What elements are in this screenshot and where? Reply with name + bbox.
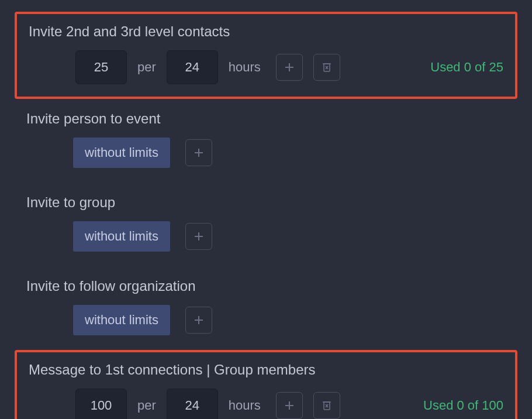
without-limits-pill[interactable]: without limits <box>73 138 170 168</box>
setting-message-connections: Message to 1st connections | Group membe… <box>15 350 517 419</box>
hours-label: hours <box>229 398 261 413</box>
setting-invite-event: Invite person to event without limits <box>0 99 532 183</box>
setting-title: Invite to follow organization <box>26 278 506 294</box>
usage-text: Used 0 of 100 <box>423 398 503 413</box>
setting-invite-contacts: Invite 2nd and 3rd level contacts 25 per… <box>15 12 517 99</box>
setting-invite-organization: Invite to follow organization without li… <box>0 266 532 350</box>
period-input[interactable]: 24 <box>167 50 218 84</box>
controls-row: without limits <box>26 138 506 168</box>
delete-button[interactable] <box>313 54 340 81</box>
delete-button[interactable] <box>313 392 340 419</box>
per-label: per <box>137 398 156 413</box>
add-button[interactable] <box>185 307 212 334</box>
setting-invite-group: Invite to group without limits <box>0 183 532 266</box>
controls-row: 25 per 24 hours Used 0 of 25 <box>29 50 503 84</box>
count-input[interactable]: 25 <box>75 50 127 84</box>
setting-title: Message to 1st connections | Group membe… <box>29 362 503 378</box>
setting-title: Invite to group <box>26 194 506 211</box>
plus-icon <box>194 231 204 242</box>
plus-icon <box>284 400 295 411</box>
per-label: per <box>137 60 156 75</box>
usage-text: Used 0 of 25 <box>430 60 503 75</box>
setting-title: Invite person to event <box>26 111 506 127</box>
add-button[interactable] <box>185 139 212 166</box>
controls-row: without limits <box>26 221 506 252</box>
add-button[interactable] <box>276 392 303 419</box>
plus-icon <box>284 62 295 73</box>
controls-row: 100 per 24 hours Used 0 of 100 <box>29 389 503 419</box>
delete-icon <box>322 62 332 73</box>
without-limits-pill[interactable]: without limits <box>73 305 170 335</box>
plus-icon <box>194 315 204 325</box>
count-input[interactable]: 100 <box>75 389 127 419</box>
controls-row: without limits <box>26 305 506 335</box>
hours-label: hours <box>229 60 261 75</box>
setting-title: Invite 2nd and 3rd level contacts <box>29 23 503 40</box>
plus-icon <box>194 147 204 158</box>
period-input[interactable]: 24 <box>167 389 218 419</box>
delete-icon <box>322 400 332 411</box>
add-button[interactable] <box>276 54 303 81</box>
without-limits-pill[interactable]: without limits <box>73 221 170 252</box>
add-button[interactable] <box>185 223 212 250</box>
